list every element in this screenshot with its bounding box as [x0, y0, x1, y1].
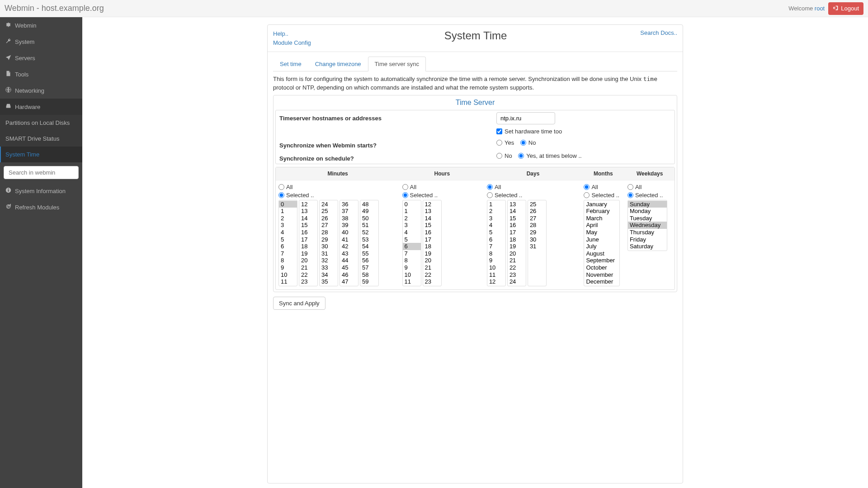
months-selected-radio[interactable]: Selected .. [584, 192, 622, 199]
hdd-icon [5, 103, 11, 110]
sync-start-label: Synchronize when Webmin starts? [279, 139, 496, 149]
welcome-user-link[interactable]: root [815, 5, 825, 12]
multi-select[interactable]: 01234567891011 [278, 200, 297, 286]
multi-select[interactable]: 123456789101112 [487, 200, 506, 286]
minutes-all-radio[interactable]: All [278, 184, 397, 190]
welcome-text: Welcome root [788, 5, 825, 12]
refresh-icon [5, 204, 11, 211]
days-all-radio[interactable]: All [487, 184, 579, 190]
days-selected-radio[interactable]: Selected .. [487, 192, 579, 199]
hours-column: AllSelected ..01234567891011121314151617… [400, 180, 484, 289]
sidebar-subitem[interactable]: System Time [0, 147, 82, 162]
wrench-icon [5, 38, 11, 45]
weekdays-all-radio[interactable]: All [627, 184, 672, 190]
description: This form is for configuring the system … [273, 75, 677, 92]
submit-row: Sync and Apply [268, 292, 683, 314]
sync-sched-yes[interactable]: Yes, at times below .. [518, 152, 581, 159]
schedule-header: Minutes Hours Days Months Weekdays [276, 167, 675, 180]
sidebar-item-webmin[interactable]: Webmin [0, 17, 82, 33]
header-weekdays: Weekdays [625, 167, 675, 180]
hardware-time-checkbox[interactable]: Set hardware time too [496, 128, 562, 135]
multi-select[interactable]: 01234567891011 [402, 200, 421, 286]
sync-start-no[interactable]: No [520, 139, 536, 146]
logout-icon [833, 5, 839, 12]
sidebar: WebminSystemServersToolsNetworkingHardwa… [0, 17, 82, 488]
hostnames-label: Timeserver hostnames or addresses [279, 112, 496, 124]
top-bar: Webmin - host.example.org Welcome root L… [0, 0, 868, 17]
brand: Webmin - host.example.org [5, 4, 104, 13]
multi-select[interactable]: 131415161718192021222324 [507, 200, 526, 286]
sidebar-item-servers[interactable]: Servers [0, 50, 82, 66]
multi-select[interactable]: 25262728293031 [528, 200, 547, 286]
sync-apply-button[interactable]: Sync and Apply [273, 297, 326, 310]
schedule-box: Minutes Hours Days Months Weekdays AllSe… [275, 167, 675, 290]
sidebar-item-label: Hardware [15, 104, 40, 110]
module-config-link[interactable]: Module Config [273, 38, 311, 47]
hardware-time-label: Set hardware time too [505, 128, 562, 135]
settings-box: Timeserver hostnames or addresses Set ha… [275, 110, 675, 164]
multi-select[interactable]: 242526272829303132333435 [319, 200, 338, 286]
tab[interactable]: Set time [273, 57, 308, 71]
header-right-links: Search Docs.. [640, 29, 677, 36]
sidebar-item-tools[interactable]: Tools [0, 66, 82, 82]
multi-select[interactable]: 121314151617181920212223 [423, 200, 442, 286]
multi-select[interactable]: 121314151617181920212223 [299, 200, 318, 286]
desc-code: time [643, 76, 657, 82]
sidebar-item-label: Servers [15, 55, 35, 62]
weekdays-selected-radio[interactable]: Selected .. [627, 192, 672, 199]
header-months: Months [581, 167, 625, 180]
desc-after: protocol or NTP, depending on which comm… [273, 84, 534, 91]
sync-sched-no[interactable]: No [496, 152, 512, 159]
sidebar-footer-item[interactable]: System Information [0, 183, 82, 199]
header-days: Days [485, 167, 582, 180]
header-minutes: Minutes [276, 167, 400, 180]
logout-button[interactable]: Logout [828, 2, 863, 15]
sidebar-item-label: Tools [15, 71, 28, 78]
months-column: AllSelected ..JanuaryFebruaryMarchAprilM… [581, 180, 624, 289]
multi-select[interactable]: JanuaryFebruaryMarchAprilMayJuneJulyAugu… [584, 200, 620, 286]
search-input[interactable] [4, 166, 79, 179]
main: Help.. Module Config System Time Search … [82, 17, 868, 488]
top-right: Welcome root Logout [788, 2, 863, 15]
hours-selected-radio[interactable]: Selected .. [402, 192, 481, 199]
sidebar-item-system[interactable]: System [0, 33, 82, 50]
sidebar-item-hardware[interactable]: Hardware [0, 99, 82, 115]
section-title: Time Server [274, 95, 677, 110]
send-icon [5, 54, 11, 62]
sidebar-item-label: Refresh Modules [15, 204, 59, 211]
hours-all-radio[interactable]: All [402, 184, 481, 190]
multi-select[interactable]: 363738394041424344454647 [340, 200, 359, 286]
panel: Help.. Module Config System Time Search … [267, 24, 683, 483]
search-docs-link[interactable]: Search Docs.. [640, 29, 677, 36]
minutes-column: AllSelected ..01234567891011121314151617… [276, 180, 400, 289]
sidebar-item-label: System Information [15, 188, 66, 194]
gear-icon [5, 22, 11, 29]
multi-select[interactable]: SundayMondayTuesdayWednesdayThursdayFrid… [627, 200, 667, 251]
sidebar-item-label: Networking [15, 87, 44, 94]
desc-before: This form is for configuring the system … [273, 76, 643, 82]
time-server-section: Time Server Timeserver hostnames or addr… [273, 95, 677, 292]
sidebar-item-networking[interactable]: Networking [0, 82, 82, 99]
sidebar-item-label: System [15, 38, 34, 45]
page-title: System Time [444, 29, 507, 42]
file-icon [5, 71, 11, 78]
sidebar-footer-item[interactable]: Refresh Modules [0, 199, 82, 215]
globe-icon [5, 87, 11, 94]
tab[interactable]: Time server sync [368, 57, 426, 71]
info-icon [5, 187, 11, 194]
sync-start-yes[interactable]: Yes [496, 139, 514, 146]
sidebar-subitem[interactable]: SMART Drive Status [0, 131, 82, 147]
sidebar-subitem[interactable]: Partitions on Local Disks [0, 115, 82, 131]
months-all-radio[interactable]: All [584, 184, 622, 190]
multi-select[interactable]: 484950515253545556575859 [360, 200, 379, 286]
days-column: AllSelected ..12345678910111213141516171… [484, 180, 581, 289]
tab[interactable]: Change timezone [308, 57, 368, 71]
header-hours: Hours [400, 167, 484, 180]
sidebar-item-label: Webmin [15, 22, 36, 29]
weekdays-column: AllSelected ..SundayMondayTuesdayWednesd… [625, 180, 675, 289]
minutes-selected-radio[interactable]: Selected .. [278, 192, 397, 199]
tabs: Set timeChange timezoneTime server sync … [268, 52, 683, 292]
sync-sched-label: Synchronize on schedule? [279, 152, 496, 162]
help-link[interactable]: Help.. [273, 29, 311, 38]
hostnames-input[interactable] [496, 112, 555, 124]
